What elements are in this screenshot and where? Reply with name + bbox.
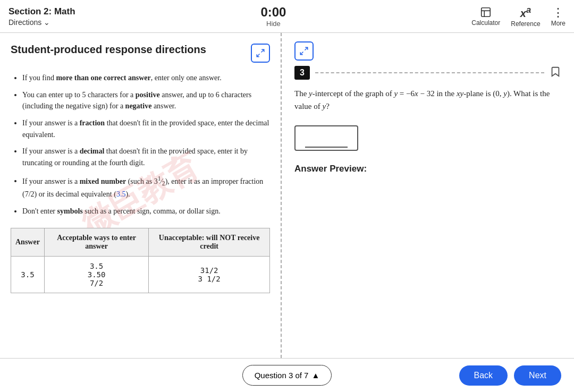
expand-icon bbox=[256, 48, 265, 58]
reference-icon: xa bbox=[520, 5, 531, 20]
answer-box-container bbox=[294, 125, 561, 151]
table-col-answer: Answer bbox=[11, 228, 45, 256]
svg-line-5 bbox=[305, 47, 308, 50]
expand-left-button[interactable] bbox=[251, 44, 270, 63]
table-cell-unacceptable: 31/23 1/2 bbox=[149, 256, 270, 293]
question-text: The y-intercept of the graph of y = −6x … bbox=[294, 87, 561, 113]
table-col-acceptable: Acceptable ways to enter answer bbox=[44, 228, 148, 256]
svg-line-3 bbox=[261, 49, 264, 52]
chevron-down-icon: ⌄ bbox=[44, 18, 50, 27]
header-right: Calculator xa Reference ⋮ More bbox=[471, 5, 565, 28]
question-header: 3 bbox=[294, 66, 561, 80]
left-panel: 微臣教育 Student-produced response direction… bbox=[0, 33, 282, 358]
answer-table: Answer Acceptable ways to enter answer U… bbox=[11, 228, 270, 293]
header-left: Section 2: Math Directions ⌄ bbox=[9, 6, 75, 27]
bookmark-icon bbox=[550, 66, 561, 78]
hide-button[interactable]: Hide bbox=[266, 20, 281, 28]
left-panel-header: Student-produced response directions bbox=[11, 44, 270, 63]
main-content: 微臣教育 Student-produced response direction… bbox=[0, 33, 574, 358]
next-button[interactable]: Next bbox=[514, 365, 561, 386]
answer-preview: Answer Preview: bbox=[294, 164, 561, 174]
timer-display: 0:00 bbox=[260, 5, 286, 20]
back-button[interactable]: Back bbox=[459, 365, 508, 386]
directions-label: Directions bbox=[9, 18, 41, 27]
table-col-unacceptable: Unacceptable: will NOT receive credit bbox=[149, 228, 270, 256]
calculator-button[interactable]: Calculator bbox=[471, 6, 500, 27]
list-item: If your answer is a mixed number (such a… bbox=[22, 174, 270, 200]
list-item: If you find more than one correct answer… bbox=[22, 72, 270, 84]
footer-center: Question 3 of 7 ▲ bbox=[196, 365, 378, 386]
expand-right-icon bbox=[299, 46, 309, 56]
svg-line-4 bbox=[257, 54, 259, 57]
table-cell-acceptable: 3.53.507/2 bbox=[44, 256, 148, 293]
table-cell-answer: 3.5 bbox=[11, 256, 45, 293]
question-nav-label: Question 3 of 7 bbox=[255, 371, 309, 380]
question-number: 3 bbox=[294, 66, 310, 80]
list-item: If your answer is a decimal that doesn't… bbox=[22, 146, 270, 168]
bookmark-button[interactable] bbox=[550, 66, 561, 80]
more-dots-icon: ⋮ bbox=[552, 6, 564, 20]
calculator-label: Calculator bbox=[471, 19, 500, 27]
footer: Question 3 of 7 ▲ Back Next bbox=[0, 358, 574, 392]
question-divider bbox=[315, 72, 544, 73]
answer-preview-label: Answer Preview: bbox=[294, 164, 367, 174]
more-button[interactable]: ⋮ More bbox=[551, 6, 565, 27]
directions-toggle[interactable]: Directions ⌄ bbox=[9, 18, 75, 27]
question-nav-button[interactable]: Question 3 of 7 ▲ bbox=[242, 365, 332, 386]
footer-right: Back Next bbox=[378, 365, 561, 386]
table-row: 3.5 3.53.507/2 31/23 1/2 bbox=[11, 256, 270, 293]
list-item: If your answer is a fraction that doesn'… bbox=[22, 117, 270, 140]
reference-button[interactable]: xa Reference bbox=[511, 5, 540, 28]
reference-label: Reference bbox=[511, 20, 540, 28]
directions-list: If you find more than one correct answer… bbox=[11, 72, 270, 217]
section-title: Section 2: Math bbox=[9, 6, 75, 17]
expand-right-button[interactable] bbox=[294, 41, 314, 61]
right-panel-top bbox=[294, 41, 561, 61]
right-panel: 3 The y-intercept of the graph of y = −6… bbox=[282, 33, 574, 358]
list-item: Don't enter symbols such as a percent si… bbox=[22, 206, 270, 217]
more-label: More bbox=[551, 20, 565, 27]
answer-input-box[interactable] bbox=[294, 125, 358, 151]
chevron-up-icon: ▲ bbox=[311, 371, 319, 380]
svg-rect-0 bbox=[482, 7, 491, 16]
header: Section 2: Math Directions ⌄ 0:00 Hide C… bbox=[0, 0, 574, 33]
calculator-icon bbox=[480, 6, 492, 18]
svg-line-6 bbox=[300, 52, 303, 55]
answer-input-line bbox=[305, 147, 348, 148]
header-center: 0:00 Hide bbox=[260, 5, 286, 28]
directions-heading: Student-produced response directions bbox=[11, 44, 206, 56]
list-item: You can enter up to 5 characters for a p… bbox=[22, 89, 270, 112]
